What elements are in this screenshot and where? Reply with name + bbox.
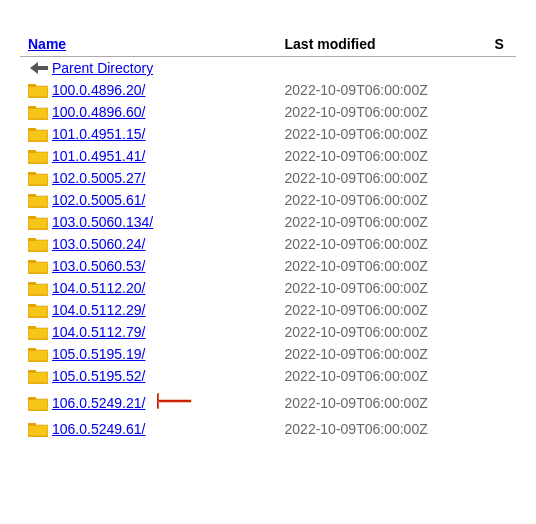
entry-last-modified: 2022-10-09T06:00:00Z [277,343,487,365]
table-row: 105.0.5195.19/ 2022-10-09T06:00:00Z [20,343,516,365]
entry-link[interactable]: 103.0.5060.53/ [52,258,145,274]
table-row: 104.0.5112.29/ 2022-10-09T06:00:00Z [20,299,516,321]
svg-rect-77 [28,350,48,361]
entry-link[interactable]: 100.0.4896.20/ [52,82,145,98]
svg-rect-17 [28,130,48,141]
entry-name-cell: 101.0.4951.41/ [20,145,277,167]
entry-name-cell: 105.0.5195.19/ [20,343,277,365]
entry-last-modified: 2022-10-09T06:00:00Z [277,123,487,145]
svg-rect-59 [28,284,48,295]
folder-icon [28,214,48,230]
last-modified-column-header: Last modified [277,32,487,57]
table-row: 103.0.5060.53/ 2022-10-09T06:00:00Z [20,255,516,277]
svg-rect-31 [28,172,36,175]
entry-size [486,255,516,277]
entry-link[interactable]: 105.0.5195.19/ [52,346,145,362]
entry-size [486,233,516,255]
svg-rect-79 [28,348,36,351]
entry-size [486,321,516,343]
entry-last-modified: 2022-10-09T06:00:00Z [277,387,487,418]
folder-icon [28,346,48,362]
folder-icon [28,82,48,98]
name-column-header: Name [20,32,277,57]
entry-link[interactable]: 103.0.5060.134/ [52,214,153,230]
table-row: 104.0.5112.20/ 2022-10-09T06:00:00Z [20,277,516,299]
folder-icon [28,421,48,437]
entry-link[interactable]: 105.0.5195.52/ [52,368,145,384]
svg-rect-85 [28,370,36,373]
folder-icon [28,170,48,186]
entry-size [486,387,516,418]
entry-last-modified: 2022-10-09T06:00:00Z [277,255,487,277]
parent-directory-row: Parent Directory [20,57,516,80]
entry-link[interactable]: 106.0.5249.21/ [52,395,145,411]
name-sort-link[interactable]: Name [28,36,66,52]
entry-last-modified: 2022-10-09T06:00:00Z [277,189,487,211]
entry-name-cell: 105.0.5195.52/ [20,365,277,387]
table-row: 104.0.5112.79/ 2022-10-09T06:00:00Z [20,321,516,343]
table-row: 101.0.4951.41/ 2022-10-09T06:00:00Z [20,145,516,167]
entry-name-cell: 103.0.5060.24/ [20,233,277,255]
folder-icon [28,192,48,208]
entry-last-modified: 2022-10-09T06:00:00Z [277,277,487,299]
back-icon [28,60,48,76]
table-row: 105.0.5195.52/ 2022-10-09T06:00:00Z [20,365,516,387]
entry-last-modified: 2022-10-09T06:00:00Z [277,101,487,123]
entry-name-cell: 106.0.5249.21/ [20,387,277,418]
entry-size [486,167,516,189]
entry-name-cell: 100.0.4896.20/ [20,79,277,101]
entry-name-cell: 102.0.5005.27/ [20,167,277,189]
folder-icon [28,126,48,142]
svg-rect-19 [28,128,36,131]
svg-rect-61 [28,282,36,285]
entry-size [486,145,516,167]
entry-size [486,79,516,101]
svg-rect-11 [28,108,48,119]
entry-name-cell: 100.0.4896.60/ [20,101,277,123]
entry-link[interactable]: 101.0.4951.41/ [52,148,145,164]
entry-name-cell: 104.0.5112.20/ [20,277,277,299]
entry-link[interactable]: 100.0.4896.60/ [52,104,145,120]
entry-link[interactable]: 106.0.5249.61/ [52,421,145,437]
svg-rect-1 [36,66,48,70]
entry-name-cell: 103.0.5060.53/ [20,255,277,277]
parent-directory-link[interactable]: Parent Directory [52,60,153,76]
entry-name-cell: 103.0.5060.134/ [20,211,277,233]
highlight-arrow-icon [157,390,193,415]
svg-rect-5 [28,86,48,97]
entry-size [486,418,516,440]
svg-rect-29 [28,174,48,185]
parent-directory-modified [277,57,487,80]
entry-size [486,277,516,299]
entry-name-cell: 104.0.5112.29/ [20,299,277,321]
entry-size [486,343,516,365]
entry-size [486,365,516,387]
entry-link[interactable]: 102.0.5005.27/ [52,170,145,186]
svg-rect-13 [28,106,36,109]
table-row: 100.0.4896.60/ 2022-10-09T06:00:00Z [20,101,516,123]
entry-link[interactable]: 101.0.4951.15/ [52,126,145,142]
svg-rect-67 [28,304,36,307]
entry-link[interactable]: 103.0.5060.24/ [52,236,145,252]
entry-name-cell: 102.0.5005.61/ [20,189,277,211]
entry-link[interactable]: 104.0.5112.20/ [52,280,145,296]
folder-icon [28,236,48,252]
folder-icon [28,148,48,164]
entry-last-modified: 2022-10-09T06:00:00Z [277,145,487,167]
entry-link[interactable]: 104.0.5112.79/ [52,324,145,340]
entry-link[interactable]: 102.0.5005.61/ [52,192,145,208]
svg-rect-65 [28,306,48,317]
parent-directory-cell: Parent Directory [20,57,277,79]
entry-last-modified: 2022-10-09T06:00:00Z [277,167,487,189]
folder-icon [28,395,48,411]
table-header-row: Name Last modified S [20,32,516,57]
entry-name-cell: 104.0.5112.79/ [20,321,277,343]
entry-last-modified: 2022-10-09T06:00:00Z [277,299,487,321]
entry-link[interactable]: 104.0.5112.29/ [52,302,145,318]
table-row: 102.0.5005.27/ 2022-10-09T06:00:00Z [20,167,516,189]
svg-rect-55 [28,260,36,263]
folder-icon [28,302,48,318]
folder-icon [28,280,48,296]
table-row: 103.0.5060.134/ 2022-10-09T06:00:00Z [20,211,516,233]
folder-icon [28,324,48,340]
